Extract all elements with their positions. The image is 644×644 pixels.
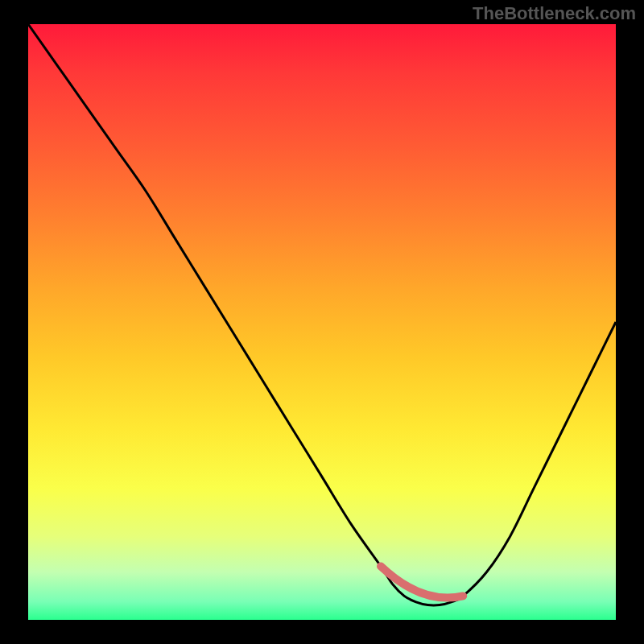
highlight-marker bbox=[381, 566, 463, 597]
bottleneck-curve bbox=[28, 24, 616, 605]
plot-area bbox=[28, 24, 616, 620]
curve-svg bbox=[28, 24, 616, 620]
watermark-text: TheBottleneck.com bbox=[473, 3, 636, 24]
